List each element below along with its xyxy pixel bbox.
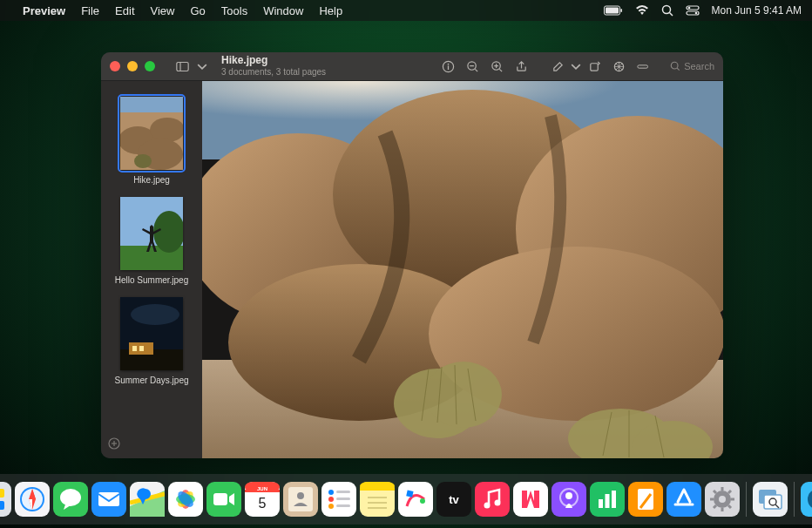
svg-rect-121 (612, 491, 616, 508)
menu-file[interactable]: File (73, 4, 107, 17)
preview-window: Hike.jpeg 3 documents, 3 total pages Sea… (101, 52, 723, 458)
adjust-color-button[interactable] (607, 57, 630, 76)
svg-rect-1 (606, 8, 619, 14)
dock-app-news[interactable] (513, 482, 548, 517)
svg-rect-67 (0, 489, 4, 498)
svg-rect-102 (360, 488, 395, 491)
dock-app-music[interactable] (475, 482, 510, 517)
menu-help[interactable]: Help (311, 4, 350, 17)
svg-rect-138 (764, 495, 782, 509)
svg-rect-124 (667, 482, 701, 517)
rotate-button[interactable] (583, 57, 606, 76)
thumbnail-hello-summer[interactable]: Hello Summer.jpeg (108, 197, 195, 285)
window-title: Hike.jpeg (221, 55, 326, 67)
dock-app-reminders[interactable] (321, 482, 356, 517)
svg-point-116 (565, 492, 572, 499)
svg-point-31 (134, 154, 152, 168)
dock-downloads[interactable] (801, 482, 812, 517)
sidebar-add-button[interactable] (108, 432, 195, 453)
dock-app-pages[interactable] (628, 482, 663, 517)
svg-rect-99 (336, 504, 350, 507)
app-name[interactable]: Preview (23, 4, 73, 17)
svg-rect-97 (336, 498, 350, 500)
svg-rect-40 (139, 346, 144, 351)
menu-tools[interactable]: Tools (213, 4, 255, 17)
dock-app-notes[interactable] (360, 482, 395, 517)
svg-point-36 (131, 304, 179, 325)
dock-app-maps[interactable] (130, 482, 165, 517)
window-close-button[interactable] (110, 61, 120, 71)
titlebar: Hike.jpeg 3 documents, 3 total pages Sea… (101, 52, 723, 81)
dock-app-messages[interactable] (53, 482, 88, 517)
svg-rect-65 (0, 482, 11, 517)
svg-point-74 (60, 489, 81, 506)
dock-app-numbers[interactable] (590, 482, 625, 517)
dock-app-photos[interactable] (168, 482, 203, 517)
svg-line-134 (728, 491, 731, 493)
dock-separator (746, 482, 747, 517)
svg-text:5: 5 (259, 496, 267, 511)
search-field[interactable]: Search (684, 61, 714, 71)
window-subtitle: 3 documents, 3 total pages (221, 67, 326, 78)
svg-rect-69 (0, 501, 4, 510)
dock-app-calendar[interactable]: JUN5 (245, 482, 280, 517)
svg-rect-114 (513, 482, 548, 517)
dock-app-preview[interactable] (753, 482, 788, 517)
dock-app-facetime[interactable] (206, 482, 241, 517)
thumbnail-sidebar: Hike.jpeg Hello Summer.jpeg Summer Days.… (101, 81, 202, 458)
svg-point-96 (328, 497, 334, 502)
thumbnail-summer-days[interactable]: Summer Days.jpeg (108, 297, 195, 385)
highlight-button[interactable] (632, 57, 654, 76)
svg-line-25 (677, 68, 680, 71)
dock-app-settings[interactable] (705, 482, 740, 517)
svg-rect-84 (213, 493, 227, 505)
svg-line-18 (499, 69, 502, 71)
svg-rect-95 (336, 491, 350, 493)
thumbnail-hike[interactable]: Hike.jpeg (108, 97, 195, 185)
svg-rect-39 (132, 346, 137, 351)
dock-app-appstore[interactable] (667, 482, 701, 517)
zoom-in-button[interactable] (485, 57, 508, 76)
main-image-view[interactable] (202, 81, 723, 458)
svg-point-24 (671, 62, 678, 69)
svg-rect-2 (620, 9, 622, 12)
menubar-datetime[interactable]: Mon Jun 5 9:41 AM (712, 4, 802, 17)
menu-view[interactable]: View (143, 4, 183, 17)
zoom-out-button[interactable] (461, 57, 484, 76)
markup-button[interactable] (546, 57, 569, 76)
dock-app-contacts[interactable] (283, 482, 318, 517)
menu-window[interactable]: Window (255, 4, 311, 17)
svg-rect-21 (590, 63, 597, 70)
svg-point-107 (420, 498, 425, 504)
dock-app-launchpad[interactable] (0, 482, 11, 517)
window-fullscreen-button[interactable] (145, 61, 155, 71)
svg-line-135 (714, 505, 716, 508)
svg-line-133 (728, 505, 731, 508)
menu-go[interactable]: Go (182, 4, 213, 17)
sidebar-view-dropdown[interactable] (197, 57, 207, 76)
svg-point-3 (662, 6, 670, 14)
dock-app-tv[interactable]: tv (436, 482, 471, 517)
share-button[interactable] (510, 57, 532, 76)
svg-rect-13 (447, 65, 448, 70)
sidebar-view-button[interactable] (171, 57, 193, 76)
window-minimize-button[interactable] (127, 61, 138, 71)
dock-app-freeform[interactable] (398, 482, 433, 517)
svg-point-92 (297, 492, 304, 499)
svg-text:JUN: JUN (257, 486, 267, 491)
menu-edit[interactable]: Edit (107, 4, 142, 17)
control-center-icon[interactable] (686, 5, 700, 16)
wifi-icon[interactable] (635, 5, 649, 16)
dock-app-podcasts[interactable] (551, 482, 586, 517)
svg-point-113 (495, 500, 501, 506)
spotlight-icon[interactable] (661, 4, 673, 17)
svg-point-94 (328, 490, 334, 495)
markup-dropdown[interactable] (571, 57, 581, 76)
info-button[interactable] (436, 57, 459, 76)
dock-app-mail[interactable] (91, 482, 126, 517)
dock-app-safari[interactable] (15, 482, 50, 517)
svg-rect-23 (637, 64, 647, 67)
battery-icon[interactable] (604, 5, 623, 16)
svg-point-98 (328, 504, 334, 509)
search-icon[interactable] (670, 61, 680, 71)
